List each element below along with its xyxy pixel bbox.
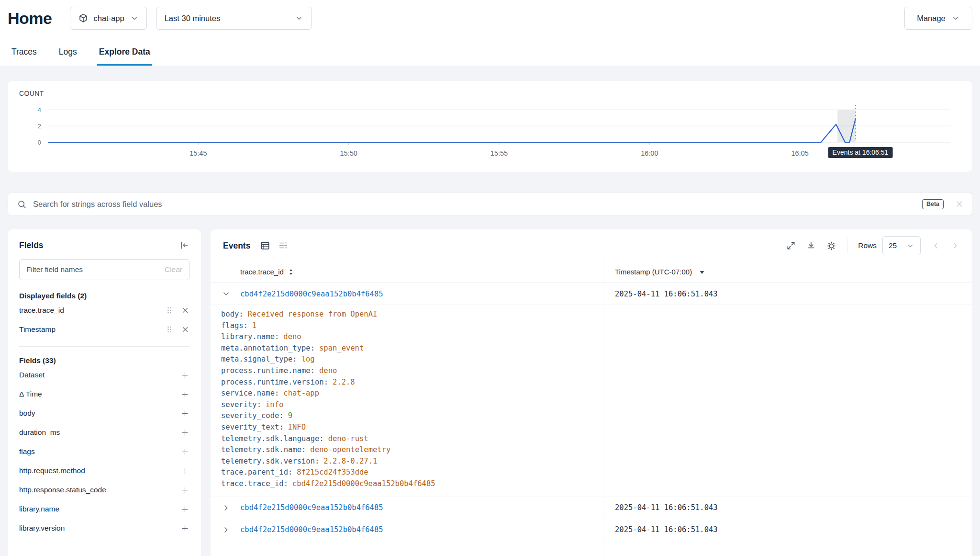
previous-page-icon[interactable]	[931, 241, 941, 250]
expand-row-icon[interactable]	[211, 497, 240, 519]
event-row-partial	[211, 541, 972, 556]
column-header-trace-id[interactable]: trace.trace_id	[240, 261, 604, 283]
tab-bar: Traces Logs Explore Data	[8, 43, 972, 66]
add-field-icon[interactable]	[180, 524, 189, 533]
main-content: Fields Clear Displayed fields (2) trace.…	[8, 229, 972, 556]
dataset-picker[interactable]: chat-app	[70, 7, 146, 30]
svg-text:16:05: 16:05	[791, 149, 809, 157]
svg-text:16:00: 16:00	[641, 149, 658, 157]
detail-line: telemetry.sdk.name:deno-opentelemetry	[221, 444, 592, 456]
remove-field-icon[interactable]	[181, 306, 189, 315]
add-field-icon[interactable]	[180, 390, 189, 399]
field-row-library-name: library.name	[19, 500, 189, 518]
field-row-flags: flags	[19, 443, 189, 461]
settings-icon[interactable]	[826, 241, 836, 251]
detail-line: trace.trace_id:cbd4f2e215d0000c9eaa152b0…	[221, 478, 592, 490]
beta-badge: Beta	[922, 199, 944, 209]
add-field-icon[interactable]	[180, 409, 189, 418]
all-fields-header: Fields (33)	[19, 356, 189, 365]
close-icon[interactable]	[955, 199, 964, 209]
detail-line: library.name:deno	[221, 331, 592, 343]
event-row: cbd4f2e215d0000c9eaa152b0b4f6485 2025-04…	[211, 519, 972, 541]
svg-text:4: 4	[37, 106, 41, 113]
event-row: cbd4f2e215d0000c9eaa152b0b4f6485 2025-04…	[211, 497, 972, 519]
time-range-label: Last 30 minutes	[165, 14, 290, 23]
field-row-library-version: library.version	[19, 519, 189, 537]
column-header-timestamp[interactable]: Timestamp (UTC-07:00)	[604, 261, 972, 283]
detail-line: meta.signal_type:log	[221, 354, 592, 365]
chart-tooltip: Events at 16:06:51	[828, 147, 893, 158]
dataset-label: chat-app	[93, 14, 124, 23]
displayed-field-row: Timestamp	[19, 320, 189, 339]
tab-explore-data[interactable]: Explore Data	[97, 43, 152, 66]
trace-id-link[interactable]: cbd4f2e215d0000c9eaa152b0b4f6485	[240, 283, 604, 305]
manage-label: Manage	[917, 14, 946, 23]
fields-panel: Fields Clear Displayed fields (2) trace.…	[8, 229, 201, 556]
count-line-chart[interactable]: 02415:4515:5015:5516:0016:05	[19, 101, 961, 164]
chevron-down-icon	[295, 14, 303, 23]
svg-text:15:55: 15:55	[490, 149, 508, 157]
field-filter-box: Clear	[19, 259, 189, 280]
chart-plot[interactable]: 02415:4515:5015:5516:0016:05 Events at 1…	[19, 101, 961, 164]
detail-line: service.name:chat-app	[221, 388, 592, 399]
field-row-duration-ms: duration_ms	[19, 423, 189, 442]
chevron-down-icon	[951, 14, 960, 23]
download-icon[interactable]	[806, 241, 816, 250]
drag-handle-icon[interactable]	[166, 325, 173, 334]
events-panel-title: Events	[223, 241, 250, 251]
next-page-icon[interactable]	[950, 241, 960, 250]
trace-id-link[interactable]: cbd4f2e215d0000c9eaa152b0b4f6485	[240, 497, 604, 519]
add-field-icon[interactable]	[180, 371, 189, 380]
search-input[interactable]	[33, 200, 916, 209]
field-row-dataset: Dataset	[19, 366, 189, 384]
add-field-icon[interactable]	[180, 447, 189, 456]
expand-icon[interactable]	[786, 241, 796, 250]
detail-line: body:Received response from OpenAI	[221, 309, 592, 320]
field-row-delta-time: Δ Time	[19, 385, 189, 403]
timestamp-cell: 2025-04-11 16:06:51.043	[604, 283, 972, 305]
add-field-icon[interactable]	[180, 486, 189, 495]
collapse-left-icon[interactable]	[179, 240, 189, 250]
time-range-picker[interactable]: Last 30 minutes	[156, 7, 312, 30]
add-field-icon[interactable]	[180, 505, 189, 514]
cube-icon	[78, 13, 89, 23]
add-field-icon[interactable]	[180, 466, 189, 476]
divider	[19, 346, 189, 347]
table-view-icon[interactable]	[260, 240, 270, 251]
detail-line: flags:1	[221, 320, 592, 332]
collapse-row-icon[interactable]	[211, 283, 240, 305]
count-chart-card: COUNT 02415:4515:5015:5516:0016:05 Event…	[8, 81, 972, 172]
expand-row-icon[interactable]	[211, 519, 240, 541]
tab-logs[interactable]: Logs	[57, 43, 79, 66]
top-header: Home chat-app Last 30 minutes Manage Tra…	[0, 0, 980, 66]
detail-line: process.runtime.name:deno	[221, 365, 592, 377]
filter-clear-button[interactable]: Clear	[165, 265, 182, 274]
add-field-icon[interactable]	[180, 428, 189, 437]
global-search-bar: Beta	[8, 192, 972, 216]
trace-id-link[interactable]: cbd4f2e215d0000c9eaa152b0b4f6485	[240, 519, 604, 541]
chevron-down-icon	[906, 242, 914, 250]
event-details: body:Received response from OpenAI flags…	[211, 305, 972, 497]
sort-icon	[288, 268, 294, 276]
events-table-header: trace.trace_id Timestamp (UTC-07:00)	[211, 261, 972, 283]
manage-button[interactable]: Manage	[904, 7, 972, 30]
field-filter-input[interactable]	[26, 265, 161, 274]
fields-panel-title: Fields	[19, 240, 44, 250]
list-view-icon[interactable]	[278, 240, 289, 251]
displayed-field-label: trace.trace_id	[19, 306, 166, 315]
drag-handle-icon[interactable]	[166, 306, 173, 315]
detail-line: telemetry.sdk.version:2.2.8-0.27.1	[221, 456, 592, 467]
remove-field-icon[interactable]	[181, 325, 189, 334]
search-icon	[17, 199, 27, 209]
rows-per-page-select[interactable]: 25	[882, 236, 921, 255]
displayed-field-row: trace.trace_id	[19, 301, 189, 319]
chart-title: COUNT	[19, 90, 961, 97]
detail-line: severity_code:9	[221, 410, 592, 422]
rows-label: Rows	[858, 241, 877, 250]
events-panel: Events	[211, 229, 972, 556]
svg-text:15:50: 15:50	[340, 149, 357, 157]
displayed-fields-header: Displayed fields (2)	[19, 292, 189, 300]
svg-text:2: 2	[37, 123, 41, 130]
tab-traces[interactable]: Traces	[10, 43, 39, 66]
divider	[847, 238, 847, 253]
